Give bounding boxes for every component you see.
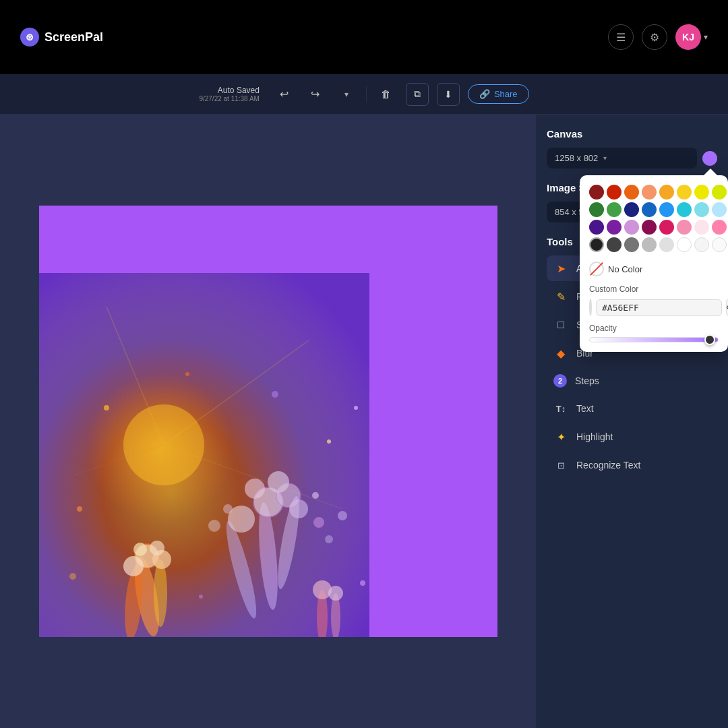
svg-point-38 [199,595,203,599]
svg-point-10 [245,479,265,499]
svg-point-11 [268,471,289,493]
tool-recognize-text[interactable]: ⊡ Recognize Text [547,452,717,478]
custom-color-label: Custom Color [589,284,719,294]
color-swatch-lightorange[interactable] [642,185,657,200]
autosave-title: Auto Saved [218,86,260,95]
color-swatch-palecyan[interactable] [712,202,727,217]
copy-button[interactable]: ⧉ [406,83,429,106]
undo-button[interactable]: ↩ [273,83,296,106]
color-swatch-orange[interactable] [624,185,639,200]
color-swatch-yellow[interactable] [677,185,692,200]
color-swatch-lightgray[interactable] [642,237,657,252]
no-color-button[interactable]: No Color [589,259,719,279]
color-swatch-rosepink[interactable] [712,220,727,235]
custom-color-input-row: ✏ [589,298,719,317]
text-tool-label: Text [576,403,594,414]
trash-icon: 🗑 [381,88,391,100]
text-tool-icon: T↕ [553,401,568,416]
color-swatch-darkgray[interactable] [607,237,621,252]
color-picker-arrow [704,169,717,175]
canvas-wrapper [39,206,497,637]
autosave-date: 9/27/22 at 11:38 AM [199,95,260,102]
svg-point-12 [289,499,308,518]
canvas-color-dot[interactable] [702,151,717,166]
delete-button[interactable]: 🗑 [375,83,398,106]
color-swatch-hotpink[interactable] [659,220,674,235]
svg-point-32 [185,372,189,376]
color-swatch-palegray[interactable] [659,237,674,252]
dropdown-button[interactable]: ▾ [335,83,358,106]
opacity-slider-thumb[interactable] [704,334,715,345]
redo-button[interactable]: ↪ [304,83,327,106]
svg-point-26 [150,541,164,555]
color-swatch-red[interactable] [607,185,621,200]
toolbar: Auto Saved 9/27/22 at 11:38 AM ↩ ↪ ▾ 🗑 ⧉… [0,74,728,115]
svg-point-36 [354,406,358,410]
color-swatch-black[interactable] [589,237,604,252]
color-swatch-darkpink[interactable] [642,220,657,235]
color-swatch-purple[interactable] [607,220,621,235]
menu-icon: ☰ [616,31,626,44]
color-swatch-darkred[interactable] [589,185,604,200]
top-right: ☰ ⚙ KJ ▾ [608,24,708,50]
blur-tool-icon: ◆ [553,346,568,361]
no-color-icon [589,262,604,276]
opacity-section: Opacity [589,324,719,342]
color-swatch-lightcyan[interactable] [694,202,709,217]
color-swatch-darkpurple[interactable] [589,220,604,235]
redo-icon: ↪ [311,88,320,100]
color-swatch-limeyellow[interactable] [712,185,727,200]
tool-highlight[interactable]: ✦ Highlight [547,424,717,450]
color-swatch-palepink[interactable] [694,220,709,235]
share-icon: 🔗 [479,89,490,99]
color-grid [589,185,719,252]
main-content: Canvas 1258 x 802 ▾ Image Size 854 x 554… [0,115,728,728]
highlight-tool-label: Highlight [576,431,613,442]
color-swatch-blue[interactable] [642,202,657,217]
no-color-label: No Color [608,264,642,274]
canvas-dimension-selector[interactable]: 1258 x 802 ▾ [547,148,697,169]
svg-point-16 [208,520,220,532]
color-swatch-green[interactable] [607,202,621,217]
color-swatch-nearwhite[interactable] [712,237,727,252]
svg-point-37 [69,573,76,580]
right-panel: Canvas 1258 x 802 ▾ Image Size 854 x 554… [536,115,728,728]
color-swatch-darkblue[interactable] [624,202,639,217]
download-button[interactable]: ⬇ [437,83,460,106]
color-swatch-lightblue[interactable] [659,202,674,217]
color-swatch-lightpurple[interactable] [624,220,639,235]
custom-color-section: Custom Color ✏ [589,284,719,317]
color-swatch-pink[interactable] [677,220,692,235]
share-label: Share [494,89,518,99]
custom-color-preview[interactable] [589,299,592,316]
undo-icon: ↩ [280,88,289,100]
user-avatar-wrapper[interactable]: KJ ▾ [675,24,708,50]
custom-color-input[interactable] [596,299,722,316]
color-swatch-white[interactable] [677,237,692,252]
top-bar: ⊛ ScreenPal ☰ ⚙ KJ ▾ [0,0,728,74]
color-swatch-brightyellow[interactable] [694,185,709,200]
svg-point-29 [313,580,332,599]
canvas-title: Canvas [547,128,717,140]
opacity-slider-track[interactable] [589,337,719,342]
menu-button[interactable]: ☰ [608,24,634,50]
recognize-text-tool-icon: ⊡ [553,458,568,473]
tool-steps[interactable]: 2 Steps [547,369,717,393]
copy-icon: ⧉ [414,88,421,100]
app-name: ScreenPal [44,30,103,44]
svg-point-15 [223,504,233,514]
svg-point-18 [338,511,347,520]
opacity-label: Opacity [589,324,719,333]
color-swatch-darkgreen[interactable] [589,202,604,217]
color-swatch-gray[interactable] [624,237,639,252]
canvas-section: Canvas 1258 x 802 ▾ [547,128,717,169]
color-swatch-offwhite[interactable] [694,237,709,252]
color-swatch-amber[interactable] [659,185,674,200]
settings-button[interactable]: ⚙ [642,24,667,50]
arrow-tool-icon: ➤ [553,261,568,276]
highlight-tool-icon: ✦ [553,429,568,444]
svg-point-34 [327,439,331,444]
color-swatch-cyan[interactable] [677,202,692,217]
share-button[interactable]: 🔗 Share [468,84,529,104]
tool-text[interactable]: T↕ Text [547,396,717,421]
